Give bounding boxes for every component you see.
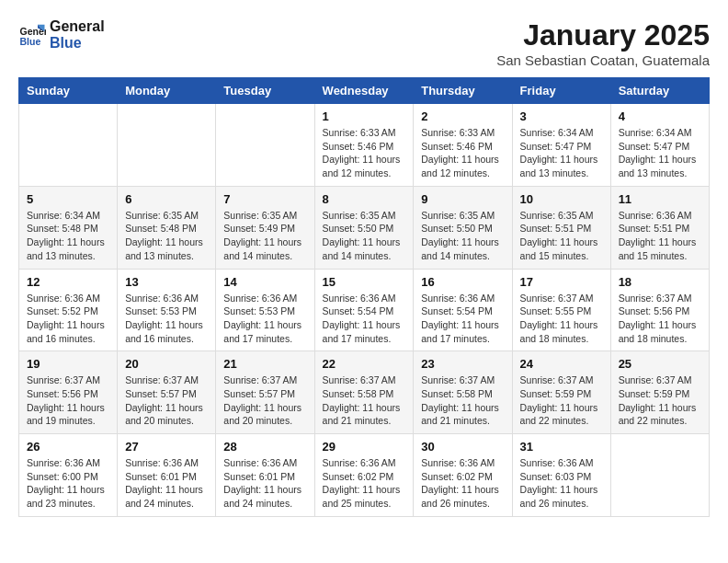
day-info: Sunrise: 6:34 AM Sunset: 5:48 PM Dayligh… xyxy=(27,209,109,263)
day-number: 29 xyxy=(323,440,406,454)
month-title: January 2025 xyxy=(496,18,710,52)
day-number: 31 xyxy=(520,440,603,454)
day-number: 10 xyxy=(520,192,603,206)
calendar-cell xyxy=(118,104,216,187)
logo-icon: General Blue xyxy=(18,21,46,49)
day-number: 17 xyxy=(520,275,603,289)
day-info: Sunrise: 6:36 AM Sunset: 6:00 PM Dayligh… xyxy=(27,456,109,511)
calendar-cell: 13Sunrise: 6:36 AM Sunset: 5:53 PM Dayli… xyxy=(118,269,216,351)
calendar-cell: 30Sunrise: 6:36 AM Sunset: 6:02 PM Dayli… xyxy=(414,434,512,517)
day-info: Sunrise: 6:35 AM Sunset: 5:49 PM Dayligh… xyxy=(223,209,306,263)
day-info: Sunrise: 6:35 AM Sunset: 5:50 PM Dayligh… xyxy=(323,209,406,263)
calendar-week-3: 12Sunrise: 6:36 AM Sunset: 5:52 PM Dayli… xyxy=(19,269,710,351)
calendar-cell: 20Sunrise: 6:37 AM Sunset: 5:57 PM Dayli… xyxy=(118,351,216,434)
calendar-cell: 29Sunrise: 6:36 AM Sunset: 6:02 PM Dayli… xyxy=(314,434,414,517)
calendar-cell: 6Sunrise: 6:35 AM Sunset: 5:48 PM Daylig… xyxy=(118,186,216,269)
calendar-cell: 21Sunrise: 6:37 AM Sunset: 5:57 PM Dayli… xyxy=(216,351,314,434)
day-number: 3 xyxy=(520,109,603,123)
svg-text:Blue: Blue xyxy=(20,35,41,46)
day-number: 27 xyxy=(125,440,208,454)
day-info: Sunrise: 6:36 AM Sunset: 5:54 PM Dayligh… xyxy=(323,292,406,346)
day-number: 15 xyxy=(323,275,406,289)
calendar-cell: 5Sunrise: 6:34 AM Sunset: 5:48 PM Daylig… xyxy=(19,186,118,269)
calendar-cell xyxy=(610,434,709,517)
day-header-saturday: Saturday xyxy=(610,78,709,104)
calendar-cell: 28Sunrise: 6:36 AM Sunset: 6:01 PM Dayli… xyxy=(216,434,314,517)
day-number: 12 xyxy=(27,275,109,289)
logo-general: General xyxy=(50,18,105,35)
calendar-cell: 10Sunrise: 6:35 AM Sunset: 5:51 PM Dayli… xyxy=(512,186,610,269)
calendar-cell: 1Sunrise: 6:33 AM Sunset: 5:46 PM Daylig… xyxy=(314,104,414,187)
calendar-cell: 26Sunrise: 6:36 AM Sunset: 6:00 PM Dayli… xyxy=(19,434,118,517)
calendar-header-row: SundayMondayTuesdayWednesdayThursdayFrid… xyxy=(19,78,710,104)
day-info: Sunrise: 6:36 AM Sunset: 5:53 PM Dayligh… xyxy=(223,292,306,346)
day-info: Sunrise: 6:37 AM Sunset: 5:59 PM Dayligh… xyxy=(619,373,701,428)
calendar-cell: 17Sunrise: 6:37 AM Sunset: 5:55 PM Dayli… xyxy=(512,269,610,351)
day-info: Sunrise: 6:37 AM Sunset: 5:57 PM Dayligh… xyxy=(125,373,208,428)
day-info: Sunrise: 6:36 AM Sunset: 6:01 PM Dayligh… xyxy=(125,456,208,511)
day-info: Sunrise: 6:36 AM Sunset: 5:52 PM Dayligh… xyxy=(27,292,109,346)
day-info: Sunrise: 6:37 AM Sunset: 5:59 PM Dayligh… xyxy=(520,373,603,428)
day-number: 20 xyxy=(125,357,208,371)
day-number: 8 xyxy=(323,192,406,206)
calendar-cell: 3Sunrise: 6:34 AM Sunset: 5:47 PM Daylig… xyxy=(512,104,610,187)
calendar-cell: 18Sunrise: 6:37 AM Sunset: 5:56 PM Dayli… xyxy=(610,269,709,351)
day-info: Sunrise: 6:34 AM Sunset: 5:47 PM Dayligh… xyxy=(520,126,603,180)
day-number: 1 xyxy=(323,109,406,123)
day-info: Sunrise: 6:36 AM Sunset: 6:01 PM Dayligh… xyxy=(223,456,306,511)
calendar-cell: 7Sunrise: 6:35 AM Sunset: 5:49 PM Daylig… xyxy=(216,186,314,269)
day-number: 6 xyxy=(125,192,208,206)
calendar-week-4: 19Sunrise: 6:37 AM Sunset: 5:56 PM Dayli… xyxy=(19,351,710,434)
day-info: Sunrise: 6:36 AM Sunset: 6:02 PM Dayligh… xyxy=(323,456,406,511)
day-info: Sunrise: 6:36 AM Sunset: 5:51 PM Dayligh… xyxy=(619,209,701,263)
day-header-thursday: Thursday xyxy=(414,78,512,104)
calendar-week-1: 1Sunrise: 6:33 AM Sunset: 5:46 PM Daylig… xyxy=(19,104,710,187)
calendar-cell: 4Sunrise: 6:34 AM Sunset: 5:47 PM Daylig… xyxy=(610,104,709,187)
day-number: 19 xyxy=(27,357,109,371)
calendar-cell: 12Sunrise: 6:36 AM Sunset: 5:52 PM Dayli… xyxy=(19,269,118,351)
day-info: Sunrise: 6:37 AM Sunset: 5:55 PM Dayligh… xyxy=(520,292,603,346)
calendar-cell: 14Sunrise: 6:36 AM Sunset: 5:53 PM Dayli… xyxy=(216,269,314,351)
calendar-cell: 8Sunrise: 6:35 AM Sunset: 5:50 PM Daylig… xyxy=(314,186,414,269)
calendar-cell: 2Sunrise: 6:33 AM Sunset: 5:46 PM Daylig… xyxy=(414,104,512,187)
calendar-cell: 24Sunrise: 6:37 AM Sunset: 5:59 PM Dayli… xyxy=(512,351,610,434)
day-number: 22 xyxy=(323,357,406,371)
day-info: Sunrise: 6:36 AM Sunset: 5:53 PM Dayligh… xyxy=(125,292,208,346)
day-info: Sunrise: 6:35 AM Sunset: 5:51 PM Dayligh… xyxy=(520,209,603,263)
day-info: Sunrise: 6:37 AM Sunset: 5:57 PM Dayligh… xyxy=(223,373,306,428)
day-info: Sunrise: 6:34 AM Sunset: 5:47 PM Dayligh… xyxy=(619,126,701,180)
calendar-cell: 15Sunrise: 6:36 AM Sunset: 5:54 PM Dayli… xyxy=(314,269,414,351)
logo-blue: Blue xyxy=(50,35,105,52)
day-info: Sunrise: 6:37 AM Sunset: 5:56 PM Dayligh… xyxy=(619,292,701,346)
title-block: January 2025 San Sebastian Coatan, Guate… xyxy=(496,18,710,68)
calendar-table: SundayMondayTuesdayWednesdayThursdayFrid… xyxy=(18,77,710,517)
calendar-cell: 31Sunrise: 6:36 AM Sunset: 6:03 PM Dayli… xyxy=(512,434,610,517)
calendar-week-2: 5Sunrise: 6:34 AM Sunset: 5:48 PM Daylig… xyxy=(19,186,710,269)
day-info: Sunrise: 6:37 AM Sunset: 5:58 PM Dayligh… xyxy=(421,373,504,428)
day-number: 5 xyxy=(27,192,109,206)
day-header-sunday: Sunday xyxy=(19,78,118,104)
day-number: 26 xyxy=(27,440,109,454)
day-header-friday: Friday xyxy=(512,78,610,104)
calendar-cell: 25Sunrise: 6:37 AM Sunset: 5:59 PM Dayli… xyxy=(610,351,709,434)
calendar-cell xyxy=(19,104,118,187)
day-number: 16 xyxy=(421,275,504,289)
day-number: 14 xyxy=(223,275,306,289)
calendar-cell: 9Sunrise: 6:35 AM Sunset: 5:50 PM Daylig… xyxy=(414,186,512,269)
day-number: 25 xyxy=(619,357,701,371)
calendar-cell: 11Sunrise: 6:36 AM Sunset: 5:51 PM Dayli… xyxy=(610,186,709,269)
day-info: Sunrise: 6:36 AM Sunset: 6:02 PM Dayligh… xyxy=(421,456,504,511)
calendar-cell: 27Sunrise: 6:36 AM Sunset: 6:01 PM Dayli… xyxy=(118,434,216,517)
day-number: 2 xyxy=(421,109,504,123)
day-number: 24 xyxy=(520,357,603,371)
day-header-monday: Monday xyxy=(118,78,216,104)
day-number: 11 xyxy=(619,192,701,206)
logo: General Blue General Blue xyxy=(18,18,105,51)
calendar-week-5: 26Sunrise: 6:36 AM Sunset: 6:00 PM Dayli… xyxy=(19,434,710,517)
calendar-cell: 23Sunrise: 6:37 AM Sunset: 5:58 PM Dayli… xyxy=(414,351,512,434)
location-subtitle: San Sebastian Coatan, Guatemala xyxy=(496,52,710,68)
day-number: 7 xyxy=(223,192,306,206)
day-info: Sunrise: 6:35 AM Sunset: 5:50 PM Dayligh… xyxy=(421,209,504,263)
day-number: 23 xyxy=(421,357,504,371)
day-number: 28 xyxy=(223,440,306,454)
